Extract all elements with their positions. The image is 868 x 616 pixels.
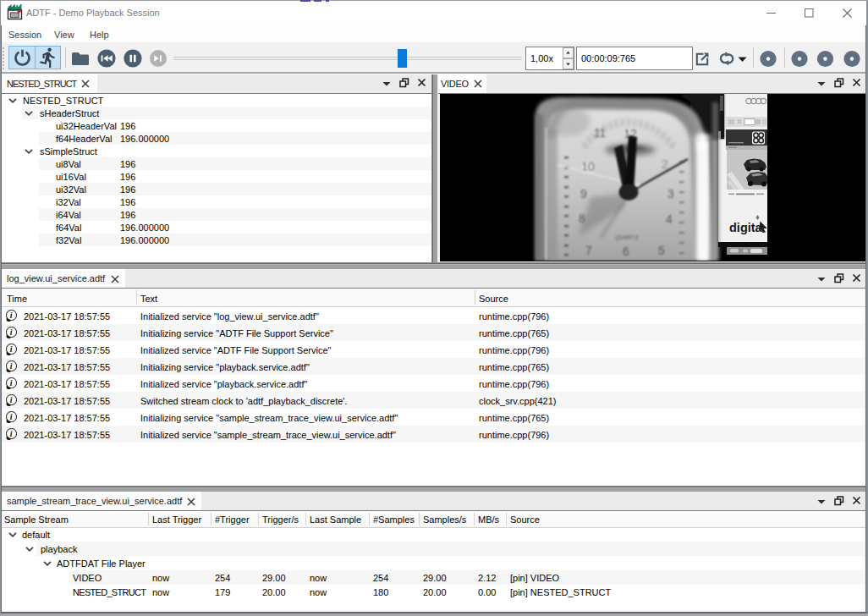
svg-text:digita: digita (729, 221, 763, 234)
svg-text:2: 2 (662, 157, 668, 171)
svg-text:5: 5 (658, 244, 665, 257)
svg-text:11: 11 (594, 126, 607, 140)
svg-text:4: 4 (666, 212, 673, 226)
svg-text:7: 7 (585, 244, 592, 257)
svg-text:6: 6 (623, 245, 629, 258)
svg-text:QUARTZ: QUARTZ (615, 234, 639, 241)
svg-text:9: 9 (580, 187, 587, 201)
svg-text:3: 3 (667, 187, 674, 201)
